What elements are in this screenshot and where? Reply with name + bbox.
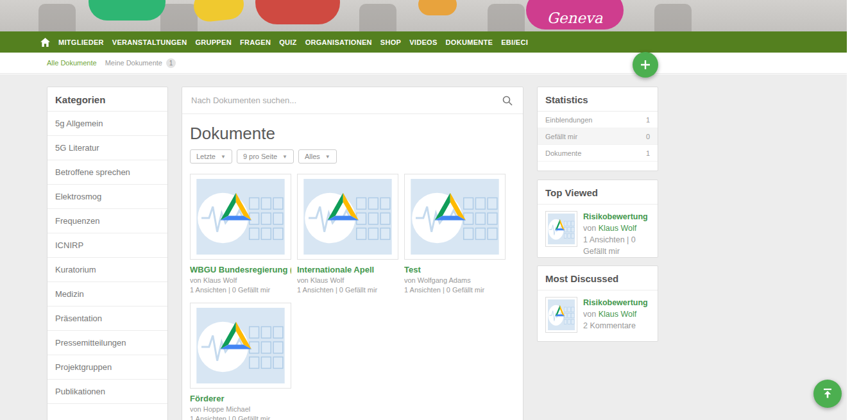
category-list: 5g Allgemein 5G Literatur Betroffene spr… xyxy=(47,112,167,404)
document-byline: von Wolfgang Adams xyxy=(404,276,506,284)
document-stats: 1 Ansichten | 0 Gefällt mir xyxy=(297,286,398,294)
search-input[interactable] xyxy=(182,96,502,105)
page-title: Dokumente xyxy=(190,124,515,144)
speech-bubble-yellow xyxy=(192,0,246,23)
nav-item-quiz[interactable]: QUIZ xyxy=(279,31,296,53)
scroll-top-button[interactable] xyxy=(813,380,842,408)
banner-image: Geneva xyxy=(0,0,847,31)
type-filter-dropdown[interactable]: Alles ▼ xyxy=(298,149,337,164)
nav-item-veranstaltungen[interactable]: VERANSTALTUNGEN xyxy=(112,31,187,53)
drive-document-icon xyxy=(195,308,286,383)
top-viewed-title: Top Viewed xyxy=(538,180,658,205)
category-medizin[interactable]: Medizin xyxy=(47,282,167,307)
document-author: Hoppe Michael xyxy=(203,405,250,413)
document-card: WBGU Bundesregierung (>50... von Klaus W… xyxy=(190,174,291,294)
search-icon[interactable] xyxy=(502,96,513,106)
category-praesentation[interactable]: Präsentation xyxy=(47,307,167,331)
document-thumbnail[interactable] xyxy=(404,174,506,260)
banner-figure xyxy=(359,4,396,31)
document-title-link[interactable]: Internationale Apell xyxy=(297,265,398,274)
banner-figure xyxy=(160,4,198,31)
most-discussed-panel: Most Discussed Risikobewertung 5... von … xyxy=(537,265,658,342)
document-stats: 1 Ansichten | 0 Gefällt mir xyxy=(404,286,506,294)
category-betroffene[interactable]: Betroffene sprechen xyxy=(47,160,167,185)
document-byline: von Klaus Wolf xyxy=(583,223,650,234)
document-author: Klaus Wolf xyxy=(311,276,344,284)
documents-grid: WBGU Bundesregierung (>50... von Klaus W… xyxy=(190,174,515,420)
category-icnirp[interactable]: ICNIRP xyxy=(47,233,167,258)
document-card: Test von Wolfgang Adams 1 Ansichten | 0 … xyxy=(404,174,506,294)
plus-icon xyxy=(640,57,651,72)
document-subnav: Alle Dokumente Meine Dokumente 1 xyxy=(0,53,847,74)
drive-document-icon xyxy=(302,179,393,255)
page-size-dropdown[interactable]: 9 pro Seite ▼ xyxy=(237,149,294,164)
author-link[interactable]: Klaus Wolf xyxy=(599,224,637,233)
my-documents-count-badge: 1 xyxy=(166,58,176,68)
nav-item-gruppen[interactable]: GRUPPEN xyxy=(195,31,232,53)
category-5g-allgemein[interactable]: 5g Allgemein xyxy=(47,112,167,136)
document-search-bar xyxy=(182,87,523,114)
type-filter-dropdown-label: Alles xyxy=(305,153,320,160)
document-stats: 1 Ansichten | 0 Gefällt mir xyxy=(190,415,291,420)
category-kuratorium[interactable]: Kuratorium xyxy=(47,258,167,282)
document-byline: von Klaus Wolf xyxy=(190,276,291,284)
document-title-link[interactable]: WBGU Bundesregierung (>50... xyxy=(190,265,291,274)
statistics-panel: Statistics Einblendungen 1 Gefällt mir 0… xyxy=(537,87,658,171)
nav-item-mitglieder[interactable]: MITGLIEDER xyxy=(58,31,104,53)
author-link[interactable]: Klaus Wolf xyxy=(599,310,637,319)
nav-item-organisationen[interactable]: ORGANISATIONEN xyxy=(305,31,372,53)
geneva-text: Geneva xyxy=(547,11,602,26)
stat-row-gefaellt-mir: Gefällt mir 0 xyxy=(538,128,658,145)
banner-figure xyxy=(38,4,76,31)
statistics-title: Statistics xyxy=(538,87,658,112)
tab-all-documents[interactable]: Alle Dokumente xyxy=(47,59,97,67)
document-title-link[interactable]: Risikobewertung 5... xyxy=(583,211,650,223)
document-title-link[interactable]: Risikobewertung 5... xyxy=(583,297,650,308)
drive-document-icon xyxy=(548,214,575,244)
document-thumbnail[interactable] xyxy=(190,174,291,260)
drive-document-icon xyxy=(409,179,500,255)
category-publikationen[interactable]: Publikationen xyxy=(47,380,167,404)
chevron-down-icon: ▼ xyxy=(325,154,330,160)
arrow-up-to-bar-icon xyxy=(821,387,834,401)
sort-dropdown[interactable]: Letzte ▼ xyxy=(190,149,232,164)
most-discussed-title: Most Discussed xyxy=(538,266,658,290)
document-thumbnail[interactable] xyxy=(297,174,398,260)
stat-row-einblendungen: Einblendungen 1 xyxy=(538,112,658,128)
stat-value: 0 xyxy=(646,133,650,140)
document-author: Wolfgang Adams xyxy=(418,276,471,284)
banner-figure xyxy=(654,4,692,31)
document-title-link[interactable]: Förderer xyxy=(190,394,291,403)
home-icon[interactable] xyxy=(40,31,50,53)
category-projektgruppen[interactable]: Projektgruppen xyxy=(47,355,167,380)
stat-value: 1 xyxy=(646,149,650,157)
documents-panel: Dokumente Letzte ▼ 9 pro Seite ▼ Alles ▼… xyxy=(182,87,523,420)
document-author: Klaus Wolf xyxy=(203,276,237,284)
page-size-dropdown-label: 9 pro Seite xyxy=(243,153,277,160)
nav-item-shop[interactable]: SHOP xyxy=(380,31,401,53)
speech-bubble-green xyxy=(89,0,166,21)
nav-item-ebi-eci[interactable]: EBI/ECI xyxy=(501,31,528,53)
stat-value: 1 xyxy=(646,116,650,124)
document-title-link[interactable]: Test xyxy=(404,265,506,274)
document-thumbnail[interactable] xyxy=(545,211,577,247)
category-pressemitteilungen[interactable]: Pressemitteilungen xyxy=(47,331,167,355)
page: Geneva MITGLIEDER VERANSTALTUNGEN GRUPPE… xyxy=(0,0,847,420)
category-elektrosmog[interactable]: Elektrosmog xyxy=(47,185,167,209)
tab-my-documents[interactable]: Meine Dokumente 1 xyxy=(105,58,176,68)
nav-item-dokumente[interactable]: DOKUMENTE xyxy=(446,31,493,53)
add-document-button[interactable] xyxy=(633,52,658,78)
drive-document-icon xyxy=(548,299,575,330)
document-stats: 1 Ansichten | 0 Gefällt mir xyxy=(583,234,650,257)
document-thumbnail[interactable] xyxy=(190,303,291,389)
category-frequenzen[interactable]: Frequenzen xyxy=(47,209,167,233)
banner-figure xyxy=(488,4,525,31)
document-comments: 2 Kommentare xyxy=(583,320,650,332)
document-stats: 1 Ansichten | 0 Gefällt mir xyxy=(190,286,291,294)
category-5g-literatur[interactable]: 5G Literatur xyxy=(47,136,167,160)
nav-item-videos[interactable]: VIDEOS xyxy=(409,31,437,53)
speech-bubble-red xyxy=(255,0,340,24)
document-thumbnail[interactable] xyxy=(545,297,577,333)
nav-item-fragen[interactable]: FRAGEN xyxy=(240,31,271,53)
document-byline: von Hoppe Michael xyxy=(190,405,291,413)
